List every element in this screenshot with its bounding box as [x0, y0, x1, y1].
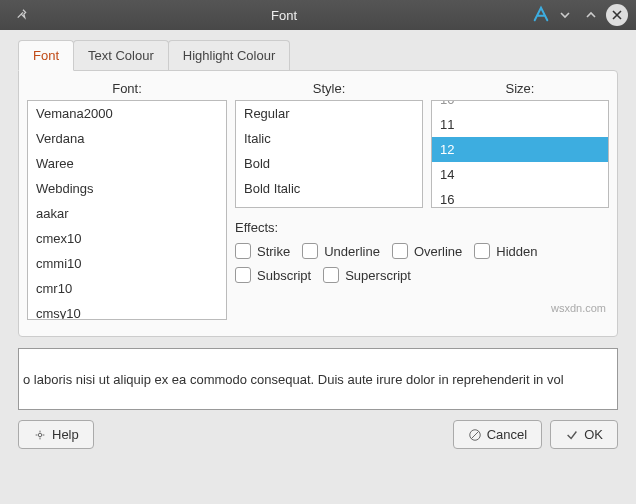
- checkbox-subscript[interactable]: Subscript: [235, 267, 311, 283]
- size-header: Size:: [431, 77, 609, 100]
- list-item[interactable]: Bold Italic: [236, 176, 422, 201]
- list-item[interactable]: Webdings: [28, 176, 226, 201]
- font-header: Font:: [27, 77, 227, 100]
- tab-bar: Font Text Colour Highlight Colour: [0, 30, 636, 71]
- tab-panel-font: Font: Vemana2000 Verdana Waree Webdings …: [18, 70, 618, 337]
- list-item[interactable]: 12: [432, 137, 608, 162]
- tab-text-colour[interactable]: Text Colour: [73, 40, 169, 71]
- list-item[interactable]: cmmi10: [28, 251, 226, 276]
- font-preview: o laboris nisi ut aliquip ex ea commodo …: [18, 348, 618, 410]
- close-button[interactable]: [606, 4, 628, 26]
- list-item[interactable]: Verdana: [28, 126, 226, 151]
- checkbox-underline[interactable]: Underline: [302, 243, 380, 259]
- list-item[interactable]: cmr10: [28, 276, 226, 301]
- watermark: wsxdn.com: [551, 302, 606, 314]
- tab-font[interactable]: Font: [18, 40, 74, 71]
- preview-text: o laboris nisi ut aliquip ex ea commodo …: [23, 372, 564, 387]
- maximize-button[interactable]: [580, 4, 602, 26]
- list-item[interactable]: 11: [432, 112, 608, 137]
- font-list[interactable]: Vemana2000 Verdana Waree Webdings aakar …: [27, 100, 227, 320]
- checkbox-icon: [392, 243, 408, 259]
- size-list[interactable]: 10 11 12 14 16: [431, 100, 609, 208]
- button-row: Help Cancel OK: [0, 410, 636, 459]
- cancel-button[interactable]: Cancel: [453, 420, 542, 449]
- minimize-button[interactable]: [554, 4, 576, 26]
- list-item[interactable]: Bold: [236, 151, 422, 176]
- style-header: Style:: [235, 77, 423, 100]
- help-button[interactable]: Help: [18, 420, 94, 449]
- cancel-icon: [468, 428, 482, 442]
- style-list[interactable]: Regular Italic Bold Bold Italic: [235, 100, 423, 208]
- app-logo-icon: [532, 5, 550, 26]
- checkbox-icon: [302, 243, 318, 259]
- list-item[interactable]: Regular: [236, 101, 422, 126]
- check-icon: [565, 428, 579, 442]
- list-item[interactable]: cmex10: [28, 226, 226, 251]
- list-item[interactable]: aakar: [28, 201, 226, 226]
- checkbox-icon: [323, 267, 339, 283]
- pin-icon[interactable]: [16, 8, 30, 22]
- checkbox-icon: [235, 243, 251, 259]
- list-item[interactable]: Vemana2000: [28, 101, 226, 126]
- list-item[interactable]: 16: [432, 187, 608, 208]
- list-item[interactable]: 10: [432, 100, 608, 112]
- window-title: Font: [36, 8, 532, 23]
- checkbox-strike[interactable]: Strike: [235, 243, 290, 259]
- help-icon: [33, 428, 47, 442]
- checkbox-icon: [235, 267, 251, 283]
- titlebar: Font: [0, 0, 636, 30]
- svg-point-0: [38, 433, 42, 437]
- tab-highlight-colour[interactable]: Highlight Colour: [168, 40, 291, 71]
- checkbox-superscript[interactable]: Superscript: [323, 267, 411, 283]
- list-item[interactable]: Waree: [28, 151, 226, 176]
- ok-button[interactable]: OK: [550, 420, 618, 449]
- list-item[interactable]: 14: [432, 162, 608, 187]
- list-item[interactable]: Italic: [236, 126, 422, 151]
- list-item[interactable]: cmsy10: [28, 301, 226, 320]
